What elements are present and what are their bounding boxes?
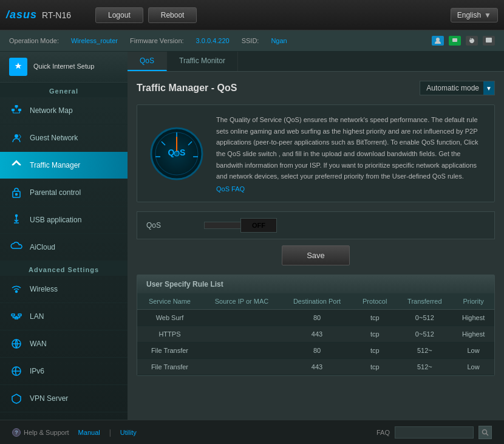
network-icon [449,36,461,46]
table-row: File Transfer443tcp512~Low [137,359,494,375]
svg-rect-12 [18,314,21,316]
table-cell-source [202,343,281,359]
sidebar-item-usb-application[interactable]: USB application [0,207,128,234]
page-content: Traffic Manager - QoS Automatic mode ▼ [128,72,504,420]
sidebar-item-label: WAN [30,340,47,348]
qos-label: QoS [146,221,195,230]
user-icon [432,36,444,46]
wireless-icon [9,282,24,296]
sidebar-item-wireless[interactable]: Wireless [0,276,128,303]
svg-rect-5 [15,105,18,108]
help-icon: ? [12,428,21,437]
ssid-value[interactable]: Ngan [271,37,287,44]
save-button[interactable]: Save [282,245,350,265]
page-title: Traffic Manager - QoS [137,83,237,94]
svg-point-22 [174,151,179,156]
qos-gauge: QoS [146,114,207,193]
firmware-value[interactable]: 3.0.0.4.220 [196,37,230,44]
table-cell-service: File Transfer [137,343,202,359]
table-cell-transferred: 512~ [397,359,452,375]
sidebar-item-traffic-manager[interactable]: Traffic Manager [0,152,128,179]
sidebar-item-label: VPN Server [30,394,68,403]
power-icon[interactable] [483,36,495,46]
mode-selector[interactable]: Automatic mode ▼ [420,81,495,95]
manual-link[interactable]: Manual [78,429,100,436]
top-nav: Logout Reboot [95,7,197,23]
utility-link[interactable]: Utility [120,429,137,436]
table-row: Web Surf80tcp0~512Highest [137,310,494,326]
table-cell-protocol: tcp [353,326,397,343]
qos-faq-link[interactable]: QoS FAQ [216,185,485,193]
operation-bar: Operation Mode: Wireless_router Firmware… [0,30,504,52]
rule-list: User Specify Rule List Service Name Sour… [137,275,495,376]
sidebar-item-label: Wireless [30,285,58,293]
table-cell-priority: Highest [452,310,494,326]
qos-row: QoS OFF [137,211,495,239]
svg-line-24 [486,433,489,435]
sidebar-item-label: AiCloud [30,243,55,251]
op-mode-value[interactable]: Wireless_router [71,37,118,44]
sidebar-item-firewall[interactable]: Firewall [0,412,128,420]
op-mode-label: Operation Mode: [9,37,59,44]
sidebar-item-guest-network[interactable]: Guest Network [0,125,128,152]
parental-control-icon [9,185,24,200]
logo-model: RT-N16 [42,10,71,20]
sidebar-item-quick-setup[interactable]: Quick Internet Setup [0,52,128,83]
table-cell-protocol: tcp [353,359,397,375]
col-protocol: Protocol [353,293,397,310]
faq-input[interactable] [395,426,474,439]
sidebar-item-label: IPv6 [30,367,44,375]
search-icon[interactable] [478,426,492,439]
quick-setup-label: Quick Internet Setup [33,62,94,71]
aicloud-icon [9,240,24,254]
language-label: English [457,11,481,19]
table-cell-service: File Transfer [137,359,202,375]
firmware-label: Firmware Version: [130,37,184,44]
table-cell-priority: Highest [452,326,494,343]
sidebar-item-parental-control[interactable]: Parental control [0,179,128,207]
svg-point-23 [483,429,487,434]
sidebar-item-aicloud[interactable]: AiCloud [0,234,128,261]
rule-list-header: User Specify Rule List [137,275,494,293]
sidebar-item-lan[interactable]: LAN [0,303,128,330]
col-priority: Priority [452,293,494,310]
faq-area: FAQ [376,426,492,439]
page-header: Traffic Manager - QoS Automatic mode ▼ [137,81,495,95]
svg-rect-3 [12,109,15,111]
table-row: HTTPS443tcp0~512Highest [137,326,494,343]
sidebar-section-general: General [0,83,128,97]
sidebar-item-label: LAN [30,312,44,321]
mode-label: Automatic mode [426,84,479,92]
col-service-name: Service Name [137,293,202,310]
faq-label: FAQ [376,429,390,436]
tab-bar: QoS Traffic Monitor [128,52,504,72]
sidebar-item-ipv6[interactable]: IPv6 [0,358,128,385]
logout-button[interactable]: Logout [95,7,143,23]
tab-traffic-monitor[interactable]: Traffic Monitor [167,52,238,71]
svg-point-8 [16,194,18,196]
toggle-on-state: OFF [240,218,277,233]
qos-toggle[interactable]: OFF [204,218,485,233]
table-cell-protocol: tcp [353,343,397,359]
content-area: QoS Traffic Monitor Traffic Manager - Qo… [128,52,504,420]
sidebar-item-wan[interactable]: WAN [0,330,128,358]
usb-application-icon [9,213,24,227]
tab-qos[interactable]: QoS [128,52,167,71]
reboot-button[interactable]: Reboot [148,7,197,23]
bottom-bar: ? Help & Support Manual | Utility FAQ [0,420,504,444]
language-selector[interactable]: English ▼ [451,8,498,22]
sidebar-item-network-map[interactable]: Network Map [0,97,128,125]
table-cell-dest_port: 443 [281,326,353,343]
table-cell-source [202,326,281,343]
toggle-off-state [204,222,240,229]
lan-icon [9,309,24,324]
vpn-server-icon [9,391,24,406]
guest-network-icon [9,131,24,145]
svg-point-9 [16,215,18,217]
rule-table: Service Name Source IP or MAC Destinatio… [137,293,494,375]
sidebar-item-vpn-server[interactable]: VPN Server [0,385,128,412]
refresh-icon[interactable] [466,36,478,46]
svg-rect-4 [18,109,21,111]
svg-rect-1 [452,38,457,42]
table-cell-source [202,359,281,375]
